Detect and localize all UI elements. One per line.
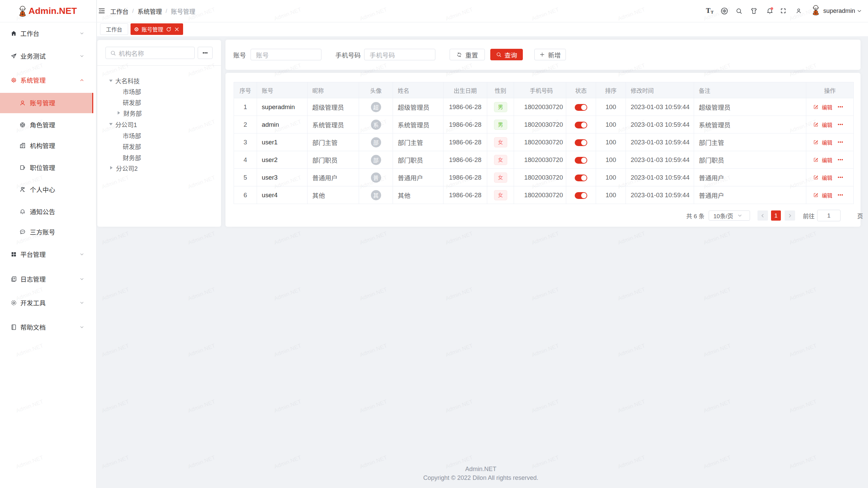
svg-text:T: T [706,7,711,14]
svg-text:T: T [711,9,714,15]
